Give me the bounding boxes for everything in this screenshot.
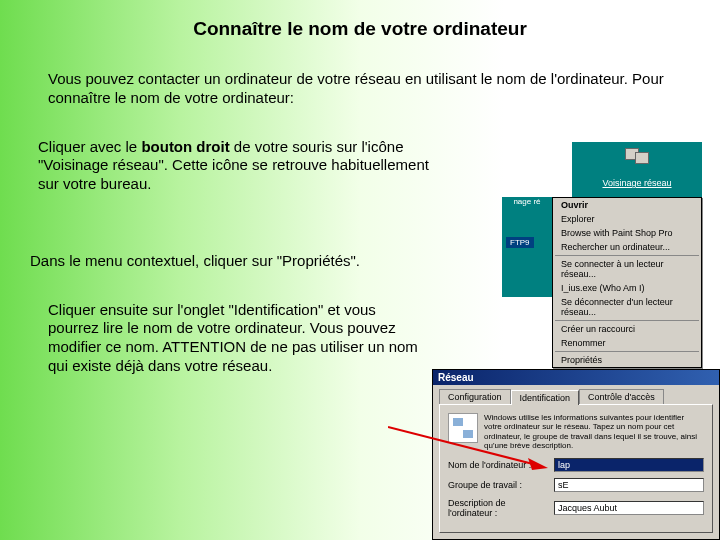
context-menu-item[interactable]: Propriétés xyxy=(553,353,701,367)
tab-identification[interactable]: Identification xyxy=(511,390,580,405)
tab-contrôle d'accès[interactable]: Contrôle d'accès xyxy=(579,389,664,404)
context-menu-item[interactable]: Ouvrir xyxy=(553,198,701,212)
name-input[interactable]: lap xyxy=(554,458,704,472)
nage-label: nage ré xyxy=(502,197,552,206)
context-menu-item[interactable]: I_ius.exe (Who Am I) xyxy=(553,281,701,295)
context-menu-separator xyxy=(555,255,699,256)
voisinage-label: Voisinage réseau xyxy=(602,178,671,188)
context-menu-item[interactable]: Créer un raccourci xyxy=(553,322,701,336)
dialog-tabs: ConfigurationIdentificationContrôle d'ac… xyxy=(433,385,719,404)
step1-bold: bouton droit xyxy=(141,138,229,155)
context-menu-item[interactable]: Se déconnecter d'un lecteur réseau... xyxy=(553,295,701,319)
group-label: Groupe de travail : xyxy=(448,480,548,490)
tab-configuration[interactable]: Configuration xyxy=(439,389,511,404)
voisinage-block: Voisinage réseau xyxy=(572,142,702,197)
dialog-info-text: Windows utilise les informations suivant… xyxy=(484,413,704,450)
tab-body: Windows utilise les informations suivant… xyxy=(439,404,713,533)
context-menu-item[interactable]: Rechercher un ordinateur... xyxy=(553,240,701,254)
name-label: Nom de l'ordinateur : xyxy=(448,460,548,470)
page-title: Connaître le nom de votre ordinateur xyxy=(0,0,720,40)
network-dialog: Réseau ConfigurationIdentificationContrô… xyxy=(432,369,720,540)
desc-input[interactable]: Jacques Aubut xyxy=(554,501,704,515)
context-menu-separator xyxy=(555,351,699,352)
step1-pre: Cliquer avec le xyxy=(38,138,141,155)
desktop-left-strip: nage ré FTP9 xyxy=(502,197,552,297)
network-neighborhood-icon xyxy=(623,146,651,170)
screenshot-desktop: Voisinage réseau nage ré FTP9 OuvrirExpl… xyxy=(462,142,702,362)
context-menu-item[interactable]: Explorer xyxy=(553,212,701,226)
context-menu-separator xyxy=(555,320,699,321)
context-menu: OuvrirExplorerBrowse with Paint Shop Pro… xyxy=(552,197,702,368)
desc-label: Description de l'ordinateur : xyxy=(448,498,548,518)
intro-text: Vous pouvez contacter un ordinateur de v… xyxy=(0,40,720,108)
ftp-label: FTP9 xyxy=(506,237,534,248)
context-menu-item[interactable]: Renommer xyxy=(553,336,701,350)
group-input[interactable]: sE xyxy=(554,478,704,492)
context-menu-item[interactable]: Browse with Paint Shop Pro xyxy=(553,226,701,240)
dialog-title: Réseau xyxy=(433,370,719,385)
context-menu-item[interactable]: Se connecter à un lecteur réseau... xyxy=(553,257,701,281)
computer-network-icon xyxy=(448,413,478,443)
